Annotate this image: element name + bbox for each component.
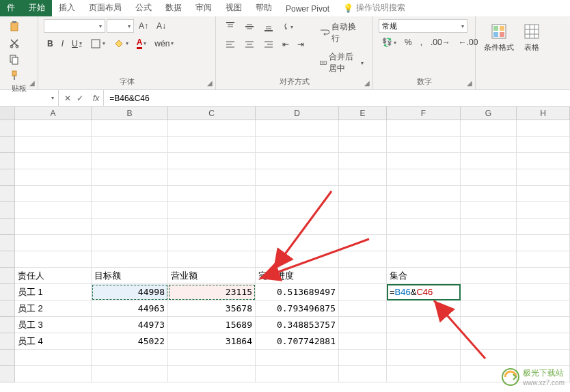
cell[interactable] <box>339 268 387 284</box>
select-all-corner[interactable] <box>0 107 15 120</box>
cell-person[interactable]: 员工 2 <box>15 300 92 317</box>
cell-progress[interactable]: 0.707742881 <box>256 333 339 350</box>
table-format-button[interactable]: 表格 <box>519 19 544 55</box>
tab-review[interactable]: 审阅 <box>189 0 219 16</box>
number-expand-icon[interactable]: ◢ <box>467 79 472 87</box>
font-family-combo[interactable]: ▾ <box>44 19 105 33</box>
col-header-B[interactable]: B <box>92 107 168 120</box>
bold-button[interactable]: B <box>44 37 57 51</box>
fx-icon[interactable]: fx <box>89 90 104 106</box>
cell-progress[interactable]: 0.348853757 <box>256 317 339 333</box>
tab-insert[interactable]: 插入 <box>52 0 82 16</box>
col-header-G[interactable]: G <box>461 107 517 120</box>
col-header-F[interactable]: F <box>387 107 461 120</box>
cell[interactable] <box>339 284 387 300</box>
formula-input[interactable]: =B46&C46 <box>104 92 570 104</box>
align-right-button[interactable] <box>260 37 277 52</box>
align-bottom-button[interactable] <box>260 19 277 34</box>
cell[interactable] <box>461 333 517 350</box>
col-header-D[interactable]: D <box>256 107 339 120</box>
cell[interactable] <box>461 268 517 284</box>
header-progress[interactable]: 完成进度 <box>256 268 339 284</box>
cell[interactable] <box>517 300 570 317</box>
conditional-format-button[interactable]: 条件格式 <box>481 19 517 55</box>
cell[interactable] <box>387 317 461 333</box>
paste-button[interactable] <box>5 19 23 34</box>
cell[interactable] <box>339 333 387 350</box>
italic-button[interactable]: I <box>58 37 67 51</box>
cell-person[interactable]: 员工 4 <box>15 333 92 350</box>
font-expand-icon[interactable]: ◢ <box>207 79 213 87</box>
increase-indent-button[interactable]: ⇥ <box>294 38 308 51</box>
tab-file[interactable]: 件 <box>0 0 22 16</box>
cell-progress[interactable]: 0.793496875 <box>256 300 339 317</box>
cell-target[interactable]: 45022 <box>92 333 168 350</box>
confirm-formula-button[interactable]: ✓ <box>77 94 83 103</box>
cell-target-selected[interactable]: 44998 <box>92 284 168 300</box>
increase-decimal-button[interactable]: .00→ <box>427 36 454 49</box>
cell-revenue[interactable]: 31864 <box>168 333 256 350</box>
font-size-combo[interactable]: ▾ <box>107 19 134 33</box>
decrease-font-button[interactable]: A↓ <box>153 19 169 33</box>
cell[interactable] <box>339 317 387 333</box>
cell-revenue[interactable]: 15689 <box>168 317 256 333</box>
cell[interactable] <box>517 268 570 284</box>
decrease-decimal-button[interactable]: ←.00 <box>455 36 482 49</box>
cell[interactable] <box>461 317 517 333</box>
cell[interactable] <box>387 333 461 350</box>
align-left-button[interactable] <box>221 37 239 52</box>
underline-button[interactable]: U▾ <box>68 37 85 51</box>
col-header-C[interactable]: C <box>168 107 256 120</box>
orientation-button[interactable]: ⤹▾ <box>279 20 297 33</box>
phonetic-button[interactable]: wén▾ <box>151 37 177 51</box>
number-format-combo[interactable]: 常规 ▾ <box>379 19 467 33</box>
header-combine[interactable]: 集合 <box>387 268 461 284</box>
cell-person[interactable]: 员工 1 <box>15 284 92 300</box>
cell-revenue[interactable]: 35678 <box>168 300 256 317</box>
cell-progress[interactable]: 0.513689497 <box>256 284 339 300</box>
col-header-H[interactable]: H <box>517 107 570 120</box>
decrease-indent-button[interactable]: ⇤ <box>279 38 293 51</box>
border-button[interactable]: ▾ <box>87 36 109 51</box>
format-painter-button[interactable] <box>5 68 23 83</box>
cell[interactable] <box>339 300 387 317</box>
copy-button[interactable] <box>5 52 23 67</box>
tab-formulas[interactable]: 公式 <box>128 0 159 16</box>
header-target[interactable]: 目标额 <box>92 268 168 284</box>
alignment-expand-icon[interactable]: ◢ <box>364 79 370 87</box>
font-color-button[interactable]: A▾ <box>133 36 150 51</box>
tab-data[interactable]: 数据 <box>159 0 189 16</box>
cell[interactable] <box>517 284 570 300</box>
accounting-format-button[interactable]: 💱▾ <box>379 36 400 49</box>
col-header-E[interactable]: E <box>339 107 387 120</box>
cancel-formula-button[interactable]: ✕ <box>64 94 71 103</box>
cell-person[interactable]: 员工 3 <box>15 317 92 333</box>
align-middle-button[interactable] <box>241 19 258 34</box>
tab-view[interactable]: 视图 <box>219 0 249 16</box>
align-center-button[interactable] <box>241 37 258 52</box>
tab-home[interactable]: 开始 <box>22 0 52 16</box>
merge-center-button[interactable]: 合并后居中 ▾ <box>316 49 367 76</box>
cell-target[interactable]: 44963 <box>92 300 168 317</box>
cell[interactable] <box>461 284 517 300</box>
tab-page-layout[interactable]: 页面布局 <box>82 0 128 16</box>
col-header-A[interactable]: A <box>15 107 92 120</box>
cell-editing-formula[interactable]: =B46&C46 <box>387 284 461 300</box>
comma-button[interactable]: , <box>417 36 426 49</box>
wrap-text-button[interactable]: 自动换行 <box>316 19 367 46</box>
tab-power-pivot[interactable]: Power Pivot <box>279 1 336 16</box>
cell-revenue-selected[interactable]: 23115 <box>168 284 256 300</box>
cell-target[interactable]: 44973 <box>92 317 168 333</box>
header-revenue[interactable]: 营业额 <box>168 268 256 284</box>
increase-font-button[interactable]: A↑ <box>135 19 152 33</box>
tab-help[interactable]: 帮助 <box>249 0 279 16</box>
tell-me-search[interactable]: 💡 操作说明搜索 <box>336 0 412 16</box>
header-person[interactable]: 责任人 <box>15 268 92 284</box>
clipboard-expand-icon[interactable]: ◢ <box>29 79 35 87</box>
fill-color-button[interactable]: ▾ <box>110 36 132 51</box>
percent-button[interactable]: % <box>401 36 416 49</box>
cell[interactable] <box>387 300 461 317</box>
cell[interactable] <box>517 317 570 333</box>
cut-button[interactable] <box>5 36 23 51</box>
cell[interactable] <box>517 333 570 350</box>
